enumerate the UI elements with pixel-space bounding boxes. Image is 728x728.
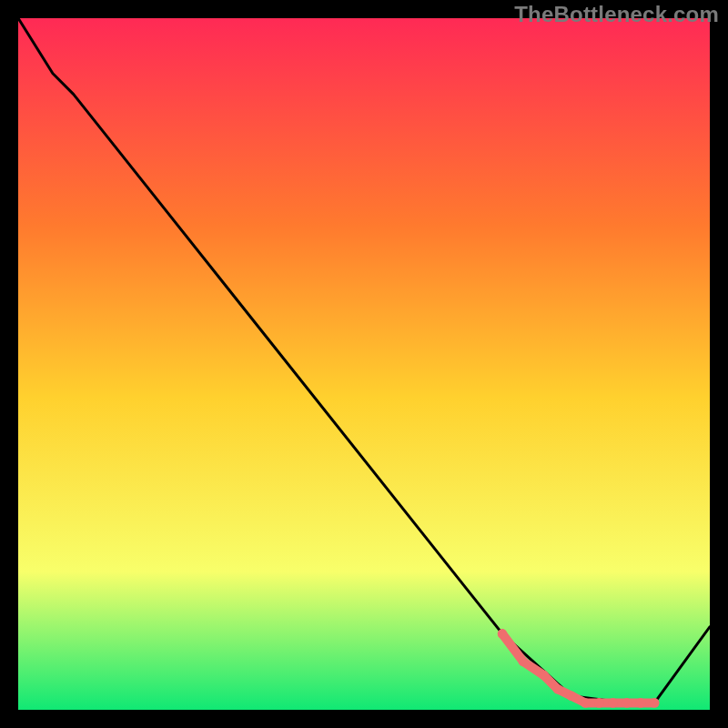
- optimal-range-marker: [636, 698, 646, 708]
- optimal-range-marker: [553, 684, 563, 694]
- chart-stage: TheBottleneck.com: [0, 0, 728, 728]
- optimal-range-marker: [650, 698, 660, 708]
- plot-area: [18, 18, 710, 710]
- optimal-range-marker: [594, 698, 604, 708]
- optimal-range-marker: [539, 671, 549, 681]
- gradient-background: [18, 18, 710, 710]
- optimal-range-marker: [567, 692, 577, 702]
- optimal-range-marker: [498, 629, 508, 639]
- watermark-text: TheBottleneck.com: [514, 2, 719, 27]
- optimal-range-marker: [622, 698, 632, 708]
- optimal-range-marker: [519, 657, 529, 667]
- optimal-range-marker: [581, 698, 591, 708]
- optimal-range-marker: [608, 698, 618, 708]
- chart-svg: [18, 18, 710, 710]
